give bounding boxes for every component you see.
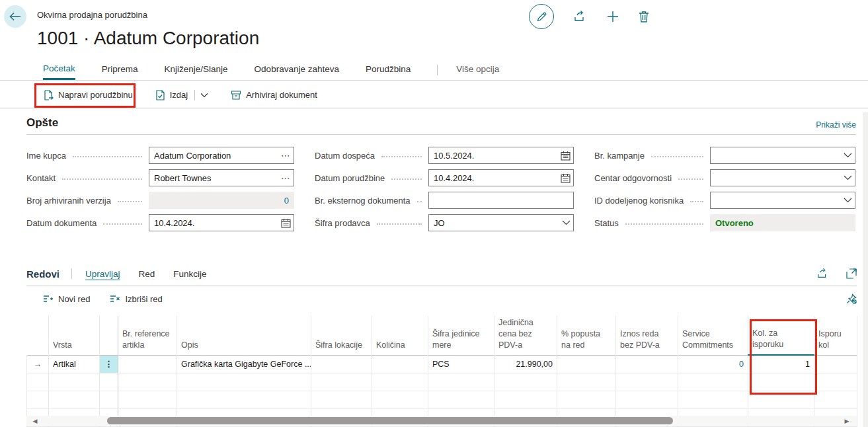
- new-line-button[interactable]: Novi red: [43, 294, 90, 304]
- lines-section-title: Redovi: [26, 268, 59, 280]
- lines-divider: [71, 268, 72, 279]
- cell-location[interactable]: [311, 355, 372, 373]
- split-divider: [194, 90, 195, 100]
- vertical-scrollbar[interactable]: [863, 112, 868, 427]
- salesperson-code-label: Šifra prodavca: [315, 218, 370, 228]
- delete-line-label: Izbriši red: [125, 294, 162, 304]
- scroll-right-icon[interactable]: ▶: [838, 418, 855, 424]
- cell-unit-price[interactable]: 21.990,00: [494, 355, 557, 373]
- col-br-reference[interactable]: Br. reference artikla: [118, 316, 177, 355]
- delete-trash-icon[interactable]: [639, 11, 649, 22]
- document-check-icon: [155, 90, 165, 100]
- edit-pencil-icon[interactable]: [529, 4, 554, 29]
- scroll-left-icon[interactable]: ◀: [26, 418, 44, 424]
- calendar-icon[interactable]: [561, 147, 571, 164]
- due-date-input[interactable]: [428, 147, 574, 164]
- back-button[interactable]: [4, 5, 26, 28]
- new-line-icon: [43, 294, 54, 303]
- tab-porudzbina[interactable]: Porudžbina: [366, 64, 411, 79]
- dotted-leader: [377, 223, 422, 225]
- lookup-ellipsis-icon[interactable]: ⋯: [281, 147, 291, 164]
- contact-label: Kontakt: [26, 173, 56, 183]
- general-section-title: Opšte: [26, 116, 58, 130]
- dotted-leader: [625, 223, 703, 225]
- document-date-input[interactable]: [149, 214, 294, 231]
- status-badge: Otvoreno: [710, 214, 855, 231]
- document-arrow-icon: [43, 90, 54, 100]
- col-row-selector: [27, 316, 49, 355]
- cell-description[interactable]: Grafička karta Gigabyte GeForce ...: [177, 355, 311, 373]
- chevron-down-icon[interactable]: [844, 147, 852, 164]
- assigned-user-id-input[interactable]: [710, 192, 855, 209]
- external-doc-no-input[interactable]: [428, 192, 574, 209]
- tab-pocetak[interactable]: Početak: [43, 63, 75, 80]
- tab-more-options[interactable]: Više opcija: [456, 64, 499, 79]
- customer-name-label: Ime kupca: [26, 151, 66, 161]
- col-vrsta[interactable]: Vrsta: [49, 316, 100, 355]
- focus-mode-icon[interactable]: [846, 268, 857, 279]
- col-opis[interactable]: Opis: [177, 316, 311, 355]
- archived-versions-value[interactable]: 0: [149, 192, 294, 209]
- horizontal-scrollbar[interactable]: ◀ ▶: [26, 416, 857, 426]
- salesperson-code-field: [428, 214, 574, 231]
- lines-share-icon[interactable]: [817, 268, 829, 279]
- ribbon-tabs: Početak Priprema Knjiženje/Slanje Odobra…: [0, 62, 868, 81]
- cell-quantity[interactable]: [372, 355, 428, 373]
- show-more-link[interactable]: Prikaži više: [816, 120, 856, 130]
- cell-type[interactable]: Artikal: [49, 355, 100, 373]
- col-sifra-jedinice-mere[interactable]: Šifra jedinice mere: [428, 316, 494, 355]
- scrollbar-thumb[interactable]: [107, 417, 673, 424]
- make-order-button[interactable]: Napravi porudžbinu: [43, 90, 133, 100]
- col-jedinicna-cena[interactable]: Jedinična cena bez PDV-a: [494, 316, 557, 355]
- tab-priprema[interactable]: Priprema: [102, 64, 138, 79]
- release-button[interactable]: Izdaj: [155, 90, 188, 100]
- due-date-field: [428, 147, 574, 164]
- calendar-icon[interactable]: [281, 214, 291, 231]
- col-iznos-reda[interactable]: Iznos reda bez PDV-a: [616, 316, 678, 355]
- lines-section: Redovi Upravljaj Red Funkcije: [26, 266, 857, 427]
- tabs-divider: [437, 65, 438, 75]
- cell-qty-to-ship[interactable]: 1: [748, 355, 814, 373]
- lines-table: Vrsta Br. reference artikla Opis Šifra l…: [26, 316, 857, 427]
- tab-knjizenje-slanje[interactable]: Knjiženje/Slanje: [165, 64, 228, 79]
- chevron-down-icon[interactable]: [562, 214, 571, 231]
- customer-name-input[interactable]: [149, 147, 294, 164]
- responsibility-center-input[interactable]: [710, 169, 855, 186]
- lines-menu-line[interactable]: Red: [139, 269, 155, 279]
- row-options-icon[interactable]: ⋮: [100, 355, 118, 373]
- col-isporucena-kol[interactable]: Isporu kol: [814, 316, 857, 355]
- general-section: Opšte Prikaži više Ime kupca ⋯ Kontakt: [26, 116, 856, 231]
- col-kolicina[interactable]: Količina: [372, 316, 428, 355]
- delete-line-button[interactable]: Izbriši red: [110, 294, 162, 304]
- lookup-ellipsis-icon[interactable]: ⋯: [281, 169, 291, 186]
- general-column-1: Ime kupca ⋯ Kontakt ⋯ Broj a: [26, 147, 294, 231]
- archive-document-button[interactable]: Arhiviraj dokument: [231, 90, 317, 100]
- cell-discount[interactable]: [557, 355, 616, 373]
- calendar-icon[interactable]: [561, 169, 571, 186]
- contact-input[interactable]: [149, 169, 294, 186]
- responsibility-center-field: [710, 169, 855, 186]
- salesperson-code-input[interactable]: [428, 214, 574, 231]
- cell-line-amount[interactable]: [616, 355, 678, 373]
- cell-service-commitments[interactable]: 0: [678, 355, 748, 373]
- share-icon[interactable]: [574, 11, 587, 22]
- active-row-arrow-icon: →: [27, 355, 49, 373]
- cell-item-ref[interactable]: [118, 355, 177, 373]
- chevron-down-icon[interactable]: [844, 192, 852, 209]
- col-service-commitments[interactable]: Service Commitments: [678, 316, 748, 355]
- col-kol-za-isporuku[interactable]: Kol. za isporuku: [748, 316, 814, 355]
- chevron-down-icon[interactable]: [844, 169, 852, 186]
- lines-menu-functions[interactable]: Funkcije: [173, 269, 206, 279]
- col-sifra-lokacije[interactable]: Šifra lokacije: [311, 316, 372, 355]
- new-line-label: Novi red: [58, 294, 90, 304]
- order-date-input[interactable]: [428, 169, 574, 186]
- cell-shipped-qty[interactable]: [814, 355, 857, 373]
- new-plus-icon[interactable]: [607, 11, 619, 22]
- campaign-no-input[interactable]: [710, 147, 855, 164]
- tab-odobravanje-zahteva[interactable]: Odobravanje zahteva: [255, 64, 339, 79]
- lines-menu-manage[interactable]: Upravljaj: [85, 269, 120, 279]
- unpin-icon[interactable]: [846, 293, 857, 304]
- cell-unit-of-measure[interactable]: PCS: [428, 355, 494, 373]
- col-popust[interactable]: % popusta na red: [557, 316, 616, 355]
- release-dropdown[interactable]: [194, 90, 208, 100]
